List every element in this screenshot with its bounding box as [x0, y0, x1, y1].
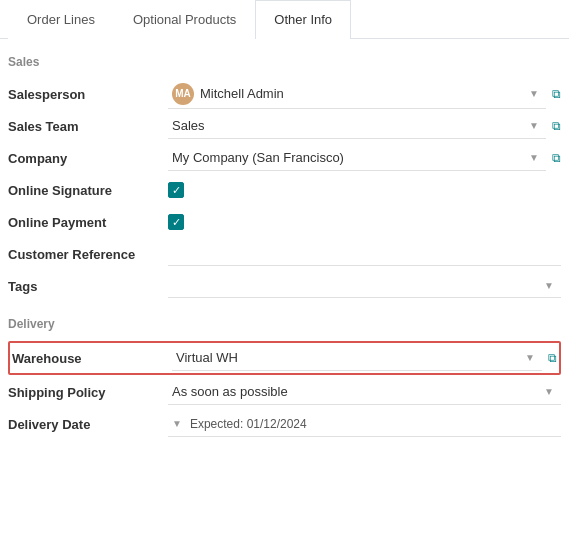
delivery-date-row: Delivery Date ▼ Expected: 01/12/2024: [8, 409, 561, 439]
sales-team-value: Sales ▼ ⧉: [168, 113, 561, 139]
delivery-date-expected-value: 01/12/2024: [247, 417, 307, 431]
sales-team-text: Sales: [172, 118, 205, 133]
company-ext-link[interactable]: ⧉: [552, 151, 561, 165]
online-payment-row: Online Payment ✓: [8, 207, 561, 237]
tags-value: ▼: [168, 274, 561, 298]
tags-input[interactable]: ▼: [168, 274, 561, 298]
shipping-policy-value: As soon as possible ▼: [168, 379, 561, 405]
customer-reference-value: [168, 242, 561, 266]
company-value: My Company (San Francisco) ▼ ⧉: [168, 145, 561, 171]
delivery-date-expected: Expected: 01/12/2024: [190, 417, 307, 431]
warehouse-value: Virtual WH ▼ ⧉: [172, 345, 557, 371]
online-payment-checkbox-container[interactable]: ✓: [168, 214, 184, 230]
warehouse-ext-link[interactable]: ⧉: [548, 351, 557, 365]
tags-dropdown-icon: ▼: [541, 280, 557, 291]
sales-team-ext-link[interactable]: ⧉: [552, 119, 561, 133]
company-dropdown-icon: ▼: [526, 152, 542, 163]
sales-team-label: Sales Team: [8, 119, 168, 134]
online-payment-label: Online Payment: [8, 215, 168, 230]
online-signature-value: ✓: [168, 182, 561, 198]
online-payment-checkbox[interactable]: ✓: [168, 214, 184, 230]
main-content: Sales Salesperson MA Mitchell Admin ▼ ⧉ …: [0, 39, 569, 457]
salesperson-dropdown-icon: ▼: [526, 88, 542, 99]
delivery-date-value: ▼ Expected: 01/12/2024: [168, 411, 561, 437]
sales-section-header: Sales: [8, 55, 561, 69]
shipping-policy-input[interactable]: As soon as possible ▼: [168, 379, 561, 405]
shipping-policy-text: As soon as possible: [172, 384, 288, 399]
sales-team-dropdown-icon: ▼: [526, 120, 542, 131]
delivery-date-label: Delivery Date: [8, 417, 168, 432]
delivery-date-input[interactable]: ▼ Expected: 01/12/2024: [168, 411, 561, 437]
salesperson-label: Salesperson: [8, 87, 168, 102]
tab-optional-products[interactable]: Optional Products: [114, 0, 255, 39]
tags-row: Tags ▼: [8, 271, 561, 301]
online-signature-checkbox-container[interactable]: ✓: [168, 182, 184, 198]
warehouse-dropdown-icon: ▼: [522, 352, 538, 363]
company-text: My Company (San Francisco): [172, 150, 344, 165]
salesperson-avatar: MA: [172, 83, 194, 105]
shipping-policy-row: Shipping Policy As soon as possible ▼: [8, 377, 561, 407]
delivery-date-arrow-icon: ▼: [172, 418, 182, 429]
customer-reference-label: Customer Reference: [8, 247, 168, 262]
salesperson-text: Mitchell Admin: [200, 86, 284, 101]
customer-reference-input[interactable]: [168, 242, 561, 266]
online-signature-row: Online Signature ✓: [8, 175, 561, 205]
company-label: Company: [8, 151, 168, 166]
online-payment-value: ✓: [168, 214, 561, 230]
sales-team-input[interactable]: Sales ▼: [168, 113, 546, 139]
sales-team-row: Sales Team Sales ▼ ⧉: [8, 111, 561, 141]
delivery-section-header: Delivery: [8, 317, 561, 331]
delivery-section-divider: Delivery: [8, 317, 561, 331]
salesperson-row: Salesperson MA Mitchell Admin ▼ ⧉: [8, 79, 561, 109]
salesperson-value: MA Mitchell Admin ▼ ⧉: [168, 80, 561, 109]
company-row: Company My Company (San Francisco) ▼ ⧉: [8, 143, 561, 173]
warehouse-text: Virtual WH: [176, 350, 238, 365]
company-input[interactable]: My Company (San Francisco) ▼: [168, 145, 546, 171]
shipping-policy-label: Shipping Policy: [8, 385, 168, 400]
delivery-date-expected-label: Expected:: [190, 417, 243, 431]
salesperson-ext-link[interactable]: ⧉: [552, 87, 561, 101]
salesperson-inner: MA Mitchell Admin: [172, 83, 526, 105]
online-signature-label: Online Signature: [8, 183, 168, 198]
online-signature-checkbox[interactable]: ✓: [168, 182, 184, 198]
tags-label: Tags: [8, 279, 168, 294]
shipping-policy-dropdown-icon: ▼: [541, 386, 557, 397]
tab-other-info[interactable]: Other Info: [255, 0, 351, 39]
warehouse-row: Warehouse Virtual WH ▼ ⧉: [8, 341, 561, 375]
tabs-container: Order Lines Optional Products Other Info: [0, 0, 569, 39]
warehouse-input[interactable]: Virtual WH ▼: [172, 345, 542, 371]
warehouse-label: Warehouse: [12, 351, 172, 366]
customer-reference-row: Customer Reference: [8, 239, 561, 269]
salesperson-input[interactable]: MA Mitchell Admin ▼: [168, 80, 546, 109]
tab-order-lines[interactable]: Order Lines: [8, 0, 114, 39]
